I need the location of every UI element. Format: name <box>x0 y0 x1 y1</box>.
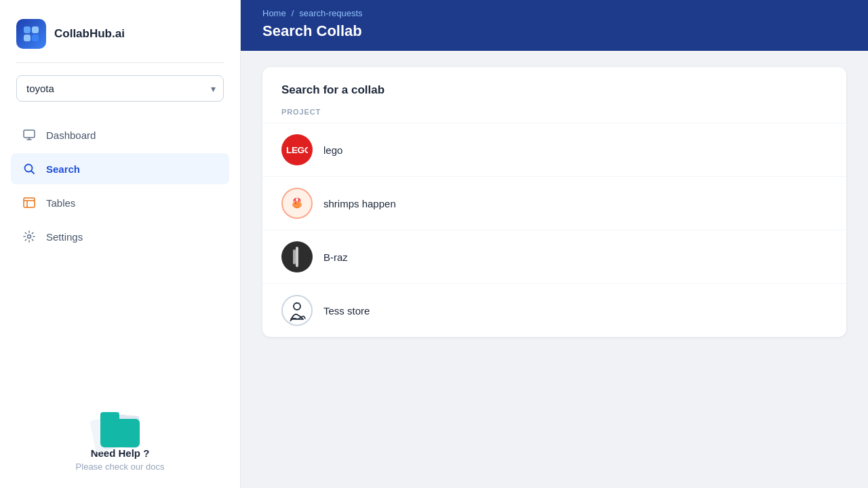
svg-rect-13 <box>293 249 296 264</box>
sidebar-help-section: Need Help ? Please check our docs <box>0 380 240 488</box>
svg-point-10 <box>294 202 300 206</box>
collab-item-shrimps[interactable]: shrimps happen <box>262 176 846 230</box>
sidebar-settings-label: Settings <box>46 231 83 243</box>
top-header: Home / search-requests Search Collab <box>241 0 868 51</box>
main-content: Home / search-requests Search Collab Sea… <box>241 0 868 488</box>
avatar-shrimps <box>281 188 313 219</box>
svg-point-11 <box>295 203 296 204</box>
svg-rect-12 <box>296 247 298 267</box>
breadcrumb-separator: / <box>292 8 294 18</box>
collab-name-shrimps: shrimps happen <box>323 198 396 209</box>
content-area: Search for a collab PROJECT LEGO lego <box>241 51 868 488</box>
sidebar-search-label: Search <box>46 163 80 175</box>
help-illustration <box>86 396 154 447</box>
search-icon <box>22 161 37 176</box>
logo-area: CollabHub.ai <box>0 0 240 62</box>
table-icon <box>22 195 37 210</box>
search-card-heading: Search for a collab <box>262 67 846 108</box>
monitor-icon <box>22 127 37 142</box>
page-title: Search Collab <box>262 22 846 40</box>
svg-rect-0 <box>24 26 31 33</box>
svg-rect-4 <box>24 130 35 138</box>
svg-text:LEGO: LEGO <box>286 145 308 155</box>
avatar-lego: LEGO <box>281 134 313 165</box>
collab-item-lego[interactable]: LEGO lego <box>262 123 846 176</box>
breadcrumb: Home / search-requests <box>262 8 846 18</box>
breadcrumb-home[interactable]: Home <box>262 8 286 18</box>
collab-name-braz: B-raz <box>323 251 348 263</box>
breadcrumb-current: search-requests <box>299 8 362 18</box>
sidebar-item-search[interactable]: Search <box>11 153 229 184</box>
avatar-tess <box>281 295 313 326</box>
collab-item-braz[interactable]: B-raz <box>262 230 846 283</box>
collab-item-tess[interactable]: Tess store <box>262 283 846 337</box>
svg-point-14 <box>294 303 300 310</box>
sidebar-item-settings[interactable]: Settings <box>11 221 229 252</box>
sidebar-item-tables[interactable]: Tables <box>11 187 229 218</box>
sidebar-item-dashboard[interactable]: Dashboard <box>11 119 229 150</box>
workspace-selector-wrapper: toyota honda bmw ▾ <box>0 63 240 114</box>
project-label: PROJECT <box>262 108 846 123</box>
collab-list: LEGO lego <box>262 123 846 337</box>
app-logo-icon <box>16 19 46 49</box>
svg-rect-3 <box>32 35 39 41</box>
collab-name-lego: lego <box>323 144 342 156</box>
avatar-braz <box>281 241 313 272</box>
svg-point-5 <box>25 165 33 172</box>
sidebar-nav: Dashboard Search Tables <box>0 114 240 258</box>
search-card: Search for a collab PROJECT LEGO lego <box>262 67 846 337</box>
sidebar-dashboard-label: Dashboard <box>46 129 96 141</box>
sidebar-tables-label: Tables <box>46 197 75 209</box>
sidebar: CollabHub.ai toyota honda bmw ▾ Dashboar… <box>0 0 241 488</box>
help-subtitle: Please check our docs <box>76 462 165 472</box>
svg-rect-6 <box>24 198 35 207</box>
workspace-select[interactable]: toyota honda bmw <box>16 75 224 102</box>
workspace-select-container[interactable]: toyota honda bmw ▾ <box>16 75 224 102</box>
collab-name-tess: Tess store <box>323 305 370 317</box>
folder-icon <box>100 419 140 447</box>
svg-point-7 <box>28 235 31 239</box>
app-name: CollabHub.ai <box>54 27 125 41</box>
svg-rect-2 <box>24 35 31 41</box>
gear-icon <box>22 229 37 244</box>
svg-rect-1 <box>32 26 39 33</box>
